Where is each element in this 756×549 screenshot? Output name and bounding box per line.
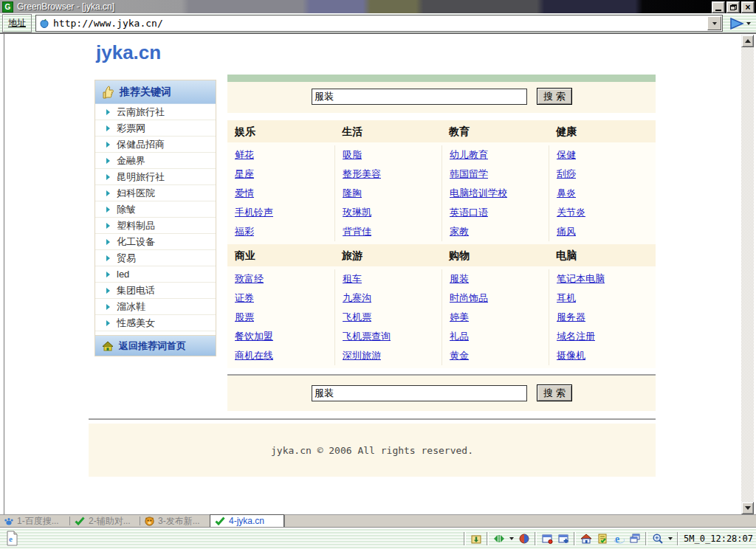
restore-button[interactable] xyxy=(726,1,740,13)
url-dropdown-button[interactable] xyxy=(707,16,721,30)
keyword-link[interactable]: 星座 xyxy=(227,165,334,184)
bullet-icon xyxy=(106,125,110,131)
keyword-link[interactable]: 电脑培训学校 xyxy=(442,184,549,203)
form-fill-button[interactable] xyxy=(597,533,608,545)
keyword-link[interactable]: 时尚饰品 xyxy=(442,289,549,308)
keyword-link[interactable]: 黄金 xyxy=(442,346,549,365)
tab-jyka-active[interactable]: 4-jyka.cn xyxy=(210,514,284,527)
sidebar-item[interactable]: 溜冰鞋 xyxy=(95,299,216,315)
keyword-link[interactable]: 整形美容 xyxy=(335,165,441,184)
separator xyxy=(535,532,537,545)
keyword-link[interactable]: 服装 xyxy=(442,269,549,289)
block-popup-button[interactable] xyxy=(541,533,553,545)
keyword-link[interactable]: 股票 xyxy=(227,308,334,327)
tab-publish[interactable]: 3-发布新... xyxy=(140,515,210,527)
zoom-icon xyxy=(652,533,664,545)
keyword-link[interactable]: 手机铃声 xyxy=(227,203,334,222)
split-view-button[interactable] xyxy=(493,533,505,545)
ie-button[interactable]: e xyxy=(613,533,625,545)
keyword-link[interactable]: 租车 xyxy=(335,269,441,289)
keyword-link[interactable]: 域名注册 xyxy=(549,327,656,346)
sidebar-item[interactable]: 除皱 xyxy=(95,201,216,218)
keyword-link[interactable]: 关节炎 xyxy=(549,203,656,222)
tab-label: 3-发布新... xyxy=(158,515,200,527)
home-button[interactable] xyxy=(580,533,592,545)
tab-baidu[interactable]: 1-百度搜... xyxy=(0,515,69,527)
keyword-link[interactable]: 英语口语 xyxy=(442,203,549,222)
keyword-link[interactable]: 服务器 xyxy=(549,308,656,327)
keyword-link[interactable]: 背背佳 xyxy=(335,222,441,241)
keyword-link[interactable]: 鲜花 xyxy=(227,145,334,165)
sidebar-item[interactable]: led xyxy=(95,266,216,283)
keyword-link[interactable]: 深圳旅游 xyxy=(335,346,441,365)
bullet-icon xyxy=(106,207,110,213)
keyword-link[interactable]: 幼儿教育 xyxy=(442,145,549,165)
vertical-scrollbar[interactable] xyxy=(741,35,754,514)
keyword-link[interactable]: 礼品 xyxy=(442,327,549,346)
sidebar-item[interactable]: 云南旅行社 xyxy=(95,104,216,120)
keyword-link[interactable]: 商机在线 xyxy=(227,346,334,365)
home-icon xyxy=(580,533,592,545)
keyword-link[interactable]: 婷美 xyxy=(442,308,549,327)
close-button[interactable]: × xyxy=(741,1,755,13)
tab-assistant[interactable]: 2-辅助对... xyxy=(70,515,140,527)
new-window-button[interactable] xyxy=(557,533,569,545)
import-button[interactable] xyxy=(470,533,482,545)
sidebar-item[interactable]: 贸易 xyxy=(95,250,216,266)
keyword-link[interactable]: 家教 xyxy=(442,222,549,241)
keyword-link[interactable]: 保健 xyxy=(549,145,656,165)
sidebar-item[interactable]: 化工设备 xyxy=(95,234,216,250)
category-column: 幼儿教育 韩国留学 电脑培训学校 英语口语 家教 xyxy=(441,145,549,241)
sidebar-item[interactable]: 昆明旅行社 xyxy=(95,169,216,185)
keyword-link[interactable]: 鼻炎 xyxy=(549,184,656,203)
keyword-link[interactable]: 餐饮加盟 xyxy=(227,327,334,346)
keyword-link[interactable]: 九寨沟 xyxy=(335,289,441,308)
sidebar-item[interactable]: 彩票网 xyxy=(95,120,216,137)
proxy-button[interactable] xyxy=(518,533,530,545)
keyword-link[interactable]: 致富经 xyxy=(227,269,334,289)
keyword-link[interactable]: 福彩 xyxy=(227,222,334,241)
keyword-link[interactable]: 飞机票查询 xyxy=(335,327,441,346)
keyword-link[interactable]: 笔记本电脑 xyxy=(549,269,656,289)
zoom-options-caret-icon[interactable] xyxy=(668,537,673,540)
keyword-link[interactable]: 耳机 xyxy=(549,289,656,308)
minimize-icon xyxy=(715,10,721,11)
category-column: 租车 九寨沟 飞机票 飞机票查询 深圳旅游 xyxy=(334,269,441,365)
sidebar-item-label: 塑料制品 xyxy=(117,219,155,232)
paw-icon xyxy=(4,517,13,525)
scroll-up-button[interactable] xyxy=(741,35,754,47)
category-column: 笔记本电脑 耳机 服务器 域名注册 摄像机 xyxy=(549,269,656,365)
cascade-windows-button[interactable] xyxy=(629,533,641,545)
scroll-down-button[interactable] xyxy=(741,502,754,514)
sidebar-item[interactable]: 妇科医院 xyxy=(95,185,216,201)
sidebar-footer-link[interactable]: 返回推荐词首页 xyxy=(95,335,216,356)
sidebar-item[interactable]: 集团电话 xyxy=(95,283,216,299)
sidebar-item[interactable]: 塑料制品 xyxy=(95,218,216,234)
minimize-button[interactable] xyxy=(712,1,725,13)
scrollbar-track[interactable] xyxy=(741,47,754,502)
zoom-button[interactable] xyxy=(652,533,664,545)
sidebar-item[interactable]: 性感美女 xyxy=(95,315,216,331)
search-button[interactable]: 搜 索 xyxy=(537,384,572,401)
keyword-link[interactable]: 摄像机 xyxy=(549,346,656,365)
browser-viewport: jyka.cn 推荐关键词 云南旅行社 彩票网 保健品招商 金融界 昆明旅行社 … xyxy=(0,33,756,514)
search-input[interactable] xyxy=(312,89,527,105)
keyword-link[interactable]: 证券 xyxy=(227,289,334,308)
search-button[interactable]: 搜 索 xyxy=(537,88,572,105)
keyword-link[interactable]: 痛风 xyxy=(549,222,656,241)
keyword-link[interactable]: 玫琳凯 xyxy=(335,203,441,222)
bullet-icon xyxy=(106,239,110,245)
go-button[interactable] xyxy=(726,17,754,30)
keyword-link[interactable]: 韩国留学 xyxy=(442,165,549,184)
keyword-link[interactable]: 吸脂 xyxy=(335,145,441,165)
split-options-caret-icon[interactable] xyxy=(509,537,514,540)
search-input[interactable] xyxy=(312,385,527,401)
sidebar-item[interactable]: 保健品招商 xyxy=(95,137,216,153)
keyword-link[interactable]: 飞机票 xyxy=(335,308,441,327)
keyword-link[interactable]: 刮痧 xyxy=(549,165,656,184)
keyword-link[interactable]: 爱情 xyxy=(227,184,334,203)
keyword-link[interactable]: 隆胸 xyxy=(335,184,441,203)
url-combobox[interactable]: http://www.jyka.cn/ xyxy=(35,15,723,32)
sidebar-item[interactable]: 金融界 xyxy=(95,153,216,169)
window-title: GreenBrowser - [jyka.cn] xyxy=(17,1,114,12)
